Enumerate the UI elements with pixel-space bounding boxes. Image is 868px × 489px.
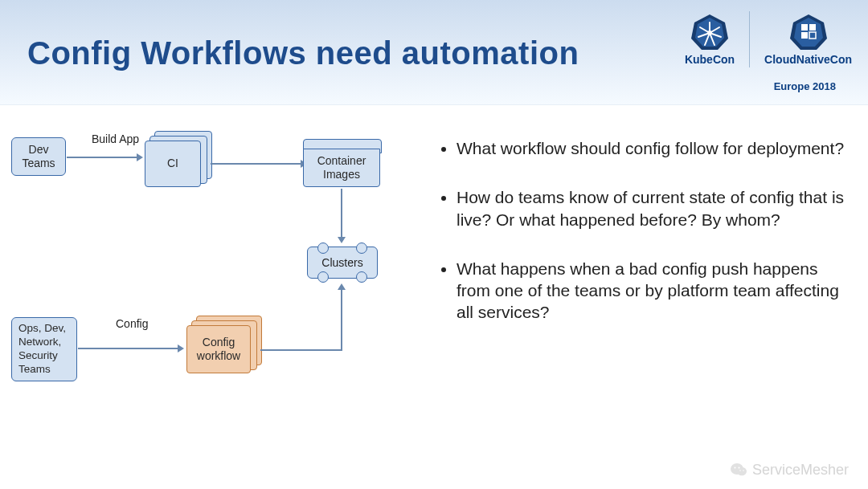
wechat-icon bbox=[730, 461, 747, 479]
arrowhead-images-to-clusters bbox=[338, 237, 346, 243]
arrowhead-configwf-to-clusters bbox=[338, 283, 346, 290]
svg-point-19 bbox=[738, 467, 739, 469]
kubecon-label: KubeCon bbox=[685, 53, 735, 66]
node-dev-teams: Dev Teams bbox=[11, 137, 66, 176]
node-ops-teams-label: Ops, Dev, Network, Security Teams bbox=[18, 322, 66, 377]
bullet-item: What happens when a bad config push happ… bbox=[457, 258, 852, 324]
arrowhead-dev-to-ci bbox=[137, 153, 143, 161]
slide-header: Config Workflows need automation KubeCon bbox=[0, 0, 868, 105]
node-container-images-label: Container Images bbox=[317, 154, 366, 182]
watermark: ServiceMesher bbox=[730, 461, 849, 479]
arrow-dev-to-ci bbox=[67, 157, 137, 158]
svg-rect-14 bbox=[801, 32, 808, 39]
arrow-images-to-clusters bbox=[341, 189, 342, 237]
bullet-item: What workflow should config follow for d… bbox=[457, 137, 852, 159]
svg-point-21 bbox=[743, 470, 744, 471]
arrow-configwf-v bbox=[341, 290, 342, 351]
edge-label-config: Config bbox=[116, 317, 148, 330]
kubecon-logo: KubeCon bbox=[685, 13, 735, 66]
workflow-diagram: Dev Teams Build App CI Container Images … bbox=[11, 129, 413, 418]
bullet-item: How do teams know of current state of co… bbox=[457, 186, 852, 230]
node-dev-teams-label: Dev Teams bbox=[22, 143, 55, 171]
bullet-list: What workflow should config follow for d… bbox=[434, 137, 852, 351]
node-ops-teams: Ops, Dev, Network, Security Teams bbox=[11, 317, 77, 381]
node-config-workflow-label: Config workflow bbox=[197, 336, 240, 364]
event-logos: KubeCon CloudNativeCon bbox=[685, 11, 852, 67]
event-subline: Europe 2018 bbox=[774, 80, 836, 92]
arrow-ci-to-images bbox=[211, 163, 301, 165]
cloudnative-icon bbox=[790, 13, 827, 51]
arrowhead-ops-to-configwf bbox=[178, 344, 184, 352]
node-clusters-label: Clusters bbox=[321, 256, 362, 269]
slide-title: Config Workflows need automation bbox=[27, 35, 579, 71]
node-clusters: Clusters bbox=[307, 247, 378, 279]
slide-content: Dev Teams Build App CI Container Images … bbox=[0, 105, 868, 489]
logo-separator bbox=[749, 11, 750, 67]
kubernetes-icon bbox=[691, 13, 728, 51]
node-ci-label: CI bbox=[167, 157, 178, 171]
svg-point-20 bbox=[739, 470, 741, 471]
edge-label-build-app: Build App bbox=[92, 132, 139, 145]
watermark-text: ServiceMesher bbox=[752, 462, 849, 479]
svg-rect-13 bbox=[809, 24, 816, 31]
svg-point-18 bbox=[734, 467, 735, 469]
node-container-images: Container Images bbox=[303, 149, 380, 187]
arrow-configwf-h bbox=[260, 349, 342, 351]
cloudnativecon-label: CloudNativeCon bbox=[764, 53, 852, 66]
svg-rect-12 bbox=[801, 24, 808, 31]
svg-point-17 bbox=[737, 467, 747, 475]
node-ci: CI bbox=[145, 141, 201, 187]
cloudnativecon-logo: CloudNativeCon bbox=[764, 13, 852, 66]
svg-rect-15 bbox=[809, 32, 816, 39]
arrow-ops-to-configwf bbox=[78, 348, 178, 349]
node-config-workflow: Config workflow bbox=[186, 325, 251, 373]
